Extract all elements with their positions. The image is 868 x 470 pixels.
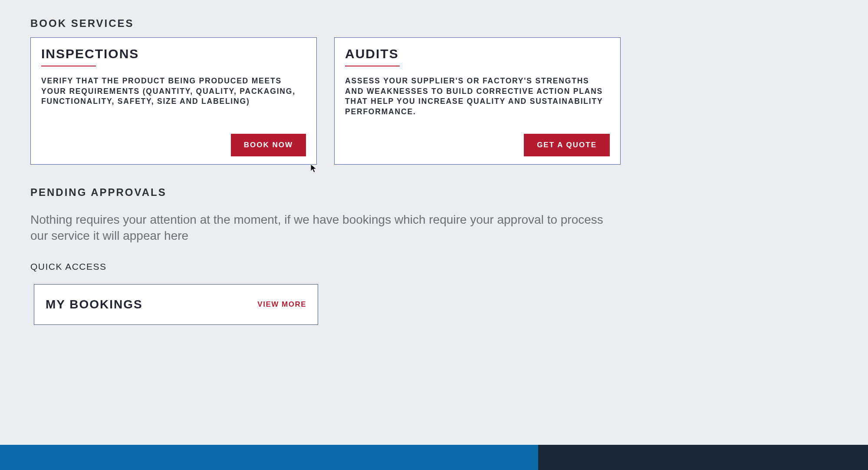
inspections-description: VERIFY THAT THE PRODUCT BEING PRODUCED M… bbox=[41, 76, 306, 117]
my-bookings-title: MY BOOKINGS bbox=[46, 298, 143, 311]
inspections-title: INSPECTIONS bbox=[41, 46, 306, 61]
my-bookings-card: MY BOOKINGS VIEW MORE bbox=[34, 284, 318, 325]
title-underline bbox=[41, 66, 96, 66]
get-quote-button[interactable]: GET A QUOTE bbox=[524, 134, 610, 156]
audits-title: AUDITS bbox=[345, 46, 610, 61]
audits-description: ASSESS YOUR SUPPLIER'S OR FACTORY'S STRE… bbox=[345, 76, 610, 117]
pending-approvals-heading: PENDING APPROVALS bbox=[30, 186, 621, 199]
book-now-button[interactable]: BOOK NOW bbox=[231, 134, 306, 156]
view-more-link[interactable]: VIEW MORE bbox=[257, 300, 306, 309]
inspections-card: INSPECTIONS VERIFY THAT THE PRODUCT BEIN… bbox=[30, 37, 317, 165]
quick-access-heading: QUICK ACCESS bbox=[30, 261, 621, 272]
footer-dark-section bbox=[538, 445, 868, 470]
book-services-heading: BOOK SERVICES bbox=[30, 17, 621, 30]
footer-blue-section bbox=[0, 445, 538, 470]
title-underline bbox=[345, 66, 400, 66]
service-cards-row: INSPECTIONS VERIFY THAT THE PRODUCT BEIN… bbox=[30, 37, 621, 165]
audits-card: AUDITS ASSESS YOUR SUPPLIER'S OR FACTORY… bbox=[334, 37, 621, 165]
pending-approvals-message: Nothing requires your attention at the m… bbox=[30, 212, 621, 245]
footer-bar bbox=[0, 445, 868, 470]
